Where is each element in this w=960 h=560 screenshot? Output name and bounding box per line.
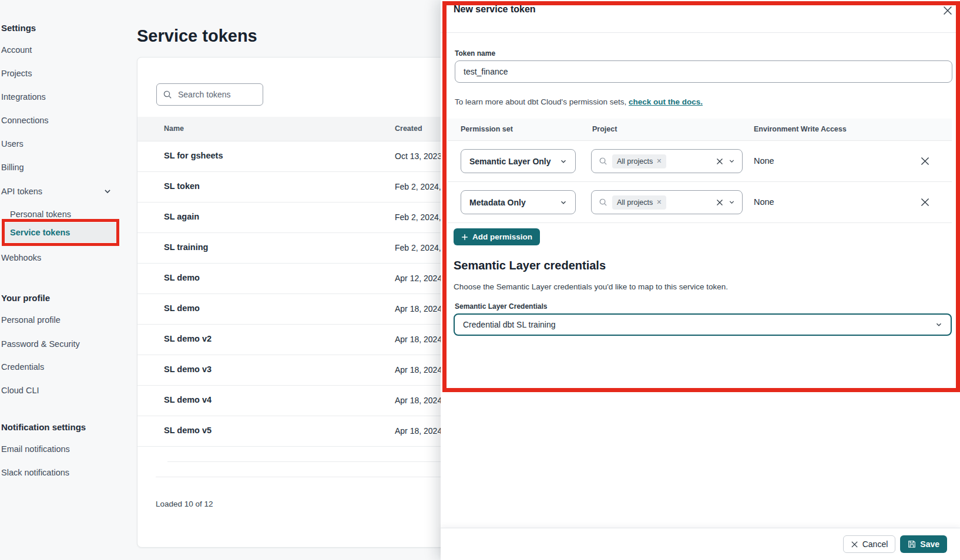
sidebar-item-integrations[interactable]: Integrations (1, 92, 46, 102)
docs-hint-text: To learn more about dbt Cloud's permissi… (455, 97, 629, 106)
token-name: SL training (164, 242, 208, 252)
search-icon (599, 157, 607, 166)
sidebar-item-personal-tokens[interactable]: Personal tokens (10, 209, 71, 220)
project-multiselect[interactable]: All projects ✕ (591, 190, 743, 214)
permission-set-value: Semantic Layer Only (469, 157, 551, 166)
cancel-label: Cancel (862, 539, 888, 549)
token-name: SL for gsheets (164, 151, 223, 160)
clear-selection-icon[interactable] (716, 198, 724, 207)
docs-link[interactable]: check out the docs. (629, 97, 703, 106)
env-write-access-value: None (754, 197, 774, 207)
semantic-layer-credentials-heading: Semantic Layer credentials (454, 259, 606, 272)
token-name: SL again (164, 212, 199, 221)
token-name-label: Token name (455, 49, 495, 58)
column-header-name: Name (164, 124, 184, 133)
sidebar-item-cloud-cli[interactable]: Cloud CLI (1, 385, 39, 396)
column-header-env-write: Environment Write Access (754, 125, 847, 133)
token-name: SL demo v2 (164, 334, 212, 343)
drawer-title: New service token (454, 4, 536, 15)
project-tag: All projects ✕ (612, 195, 666, 210)
new-service-token-drawer: New service token Token name To learn mo… (441, 0, 960, 560)
sidebar-item-api-tokens[interactable]: API tokens (1, 186, 42, 197)
drawer-footer: Cancel Save (441, 528, 960, 560)
plus-icon (461, 234, 468, 241)
clear-selection-icon[interactable] (716, 157, 724, 166)
search-input[interactable] (177, 89, 257, 100)
search-icon (163, 90, 172, 99)
permission-row: Metadata Only All projects ✕ None (448, 182, 952, 223)
token-created: Feb 2, 2024, 1 (395, 182, 448, 191)
token-name: SL token (164, 181, 200, 191)
sidebar-item-account[interactable]: Account (1, 45, 32, 55)
docs-hint: To learn more about dbt Cloud's permissi… (455, 97, 703, 106)
semantic-layer-credentials-description: Choose the Semantic Layer credentials yo… (454, 282, 728, 291)
column-header-created: Created (395, 124, 422, 133)
token-name: SL demo (164, 273, 200, 282)
token-created: Feb 2, 2024, 2 (395, 243, 448, 252)
save-button[interactable]: Save (900, 535, 947, 553)
permission-set-select[interactable]: Metadata Only (461, 190, 576, 214)
column-header-permission-set: Permission set (461, 125, 513, 133)
sidebar-heading-notification-settings: Notification settings (1, 422, 86, 433)
close-icon (851, 541, 858, 548)
sidebar-item-personal-profile[interactable]: Personal profile (1, 315, 61, 325)
permission-set-value: Metadata Only (469, 198, 526, 207)
sidebar-heading-your-profile: Your profile (1, 293, 50, 303)
divider (441, 32, 960, 33)
loaded-count: Loaded 10 of 12 (156, 500, 213, 508)
chevron-down-icon[interactable] (729, 158, 735, 164)
remove-tag-icon[interactable]: ✕ (656, 198, 662, 206)
permission-row: Semantic Layer Only All projects ✕ None (448, 141, 952, 182)
sidebar-item-slack-notifications[interactable]: Slack notifications (1, 467, 69, 478)
permissions-header: Permission set Project Environment Write… (448, 119, 952, 141)
remove-permission-icon[interactable] (920, 197, 931, 208)
save-label: Save (920, 539, 939, 549)
sidebar-item-password-security[interactable]: Password & Security (1, 339, 80, 349)
sidebar-item-billing[interactable]: Billing (1, 162, 24, 173)
sidebar-item-users[interactable]: Users (1, 139, 24, 149)
token-name: SL demo v4 (164, 395, 212, 404)
project-tag-label: All projects (617, 157, 653, 166)
sidebar-item-webhooks[interactable]: Webhooks (1, 252, 41, 263)
token-name: SL demo v5 (164, 426, 212, 435)
semantic-layer-credentials-label: Semantic Layer Credentials (455, 302, 547, 311)
project-tag-label: All projects (617, 198, 653, 207)
sidebar-item-credentials[interactable]: Credentials (1, 362, 44, 372)
chevron-down-icon (935, 321, 942, 328)
credentials-select[interactable]: Credential dbt SL training (454, 313, 952, 336)
settings-sidebar: Settings Account Projects Integrations C… (0, 0, 128, 560)
chevron-down-icon[interactable] (103, 187, 112, 195)
chevron-down-icon[interactable] (729, 199, 735, 205)
remove-permission-icon[interactable] (920, 156, 931, 167)
cancel-button[interactable]: Cancel (843, 535, 896, 553)
sidebar-item-projects[interactable]: Projects (1, 68, 32, 79)
permission-set-select[interactable]: Semantic Layer Only (461, 149, 576, 173)
credentials-selected-value: Credential dbt SL training (463, 320, 555, 329)
add-permission-label: Add permission (472, 232, 532, 241)
chevron-down-icon (560, 158, 567, 165)
search-tokens-box[interactable] (156, 83, 263, 106)
page-title: Service tokens (137, 26, 257, 46)
chevron-down-icon (560, 199, 567, 206)
sidebar-item-email-notifications[interactable]: Email notifications (1, 444, 70, 454)
remove-tag-icon[interactable]: ✕ (656, 157, 662, 165)
token-name: SL demo v3 (164, 365, 212, 374)
project-multiselect[interactable]: All projects ✕ (591, 149, 743, 173)
sidebar-item-connections[interactable]: Connections (1, 115, 49, 126)
token-name-field[interactable] (455, 60, 952, 83)
project-tag: All projects ✕ (612, 154, 666, 168)
token-name: SL demo (164, 303, 200, 313)
sidebar-item-service-tokens[interactable]: Service tokens (5, 222, 116, 242)
column-header-project: Project (592, 125, 617, 133)
search-icon (599, 198, 607, 207)
add-permission-button[interactable]: Add permission (454, 228, 540, 245)
sidebar-heading-settings: Settings (1, 23, 36, 33)
save-icon (908, 540, 916, 548)
token-created: Feb 2, 2024, 1 (395, 212, 448, 222)
env-write-access-value: None (754, 156, 774, 166)
close-icon[interactable] (942, 5, 953, 16)
